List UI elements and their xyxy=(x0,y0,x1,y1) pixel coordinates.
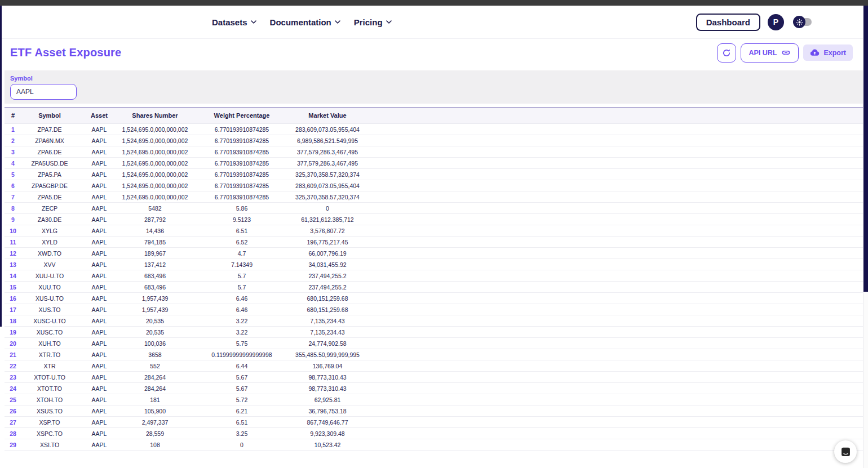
cell-weight-percentage: 6.46 xyxy=(189,293,294,304)
cell-shares-number: 284,264 xyxy=(121,383,189,394)
nav-item-pricing[interactable]: Pricing xyxy=(354,17,392,27)
cell-shares-number: 105,900 xyxy=(121,405,189,417)
dashboard-button[interactable]: Dashboard xyxy=(696,14,760,31)
table-row: 13XVVAAPL137,4127.1434934,031,455.92 xyxy=(5,259,863,270)
cell-shares-number: 14,436 xyxy=(121,225,189,237)
cell-index: 18 xyxy=(5,315,21,327)
api-url-button[interactable]: API URL xyxy=(741,43,799,63)
top-navigation: Datasets Documentation Pricing Dashboard… xyxy=(0,6,868,38)
left-edge-strip xyxy=(0,6,2,327)
cell-filler xyxy=(361,259,863,270)
cell-market-value: 680,151,259.68 xyxy=(294,293,361,304)
cell-filler xyxy=(361,124,863,135)
cell-symbol: XTOH.TO xyxy=(21,394,78,405)
cell-asset: AAPL xyxy=(78,237,121,248)
column-header-index: # xyxy=(5,108,21,124)
cell-shares-number: 2,497,337 xyxy=(121,417,189,428)
table-row: 24XTOT.TOAAPL284,2645.6798,773,310.43 xyxy=(5,383,863,394)
cell-weight-percentage: 6.21 xyxy=(189,405,294,417)
cell-index: 19 xyxy=(5,327,21,338)
refresh-button[interactable] xyxy=(717,43,736,63)
cell-filler xyxy=(361,135,863,146)
cell-market-value: 680,151,259.68 xyxy=(294,304,361,315)
cell-shares-number: 1,957,439 xyxy=(121,304,189,315)
cell-market-value: 98,773,310.43 xyxy=(294,383,361,394)
page-title: ETF Asset Exposure xyxy=(10,46,121,59)
nav-item-label: Documentation xyxy=(270,17,331,27)
cell-asset: AAPL xyxy=(78,169,121,180)
user-avatar[interactable]: P xyxy=(768,14,784,30)
cell-index: 28 xyxy=(5,428,21,439)
table-row: 21XTR.TOAAPL36580.11999999999999998355,4… xyxy=(5,349,863,360)
cell-asset: AAPL xyxy=(78,225,121,237)
cell-index: 27 xyxy=(5,417,21,428)
cell-market-value: 3,576,807.72 xyxy=(294,225,361,237)
table-row: 16XUS-U.TOAAPL1,957,4396.46680,151,259.6… xyxy=(5,293,863,304)
cell-market-value: 7,135,234.43 xyxy=(294,315,361,327)
cell-asset: AAPL xyxy=(78,417,121,428)
table-row: 20XUH.TOAAPL100,0365.7524,774,902.58 xyxy=(5,338,863,349)
cell-shares-number: 284,264 xyxy=(121,372,189,383)
cell-filler xyxy=(361,428,863,439)
cell-shares-number: 1,957,439 xyxy=(121,293,189,304)
cloud-upload-icon xyxy=(810,48,820,57)
table-row: 27XSP.TOAAPL2,497,3376.51867,749,646.77 xyxy=(5,417,863,428)
cell-shares-number: 108 xyxy=(121,439,189,451)
nav-item-datasets[interactable]: Datasets xyxy=(212,17,256,27)
cell-weight-percentage: 6.770193910874285 xyxy=(189,180,294,191)
scrollbar-thumb[interactable] xyxy=(863,6,868,292)
cell-index: 7 xyxy=(5,191,21,203)
cell-weight-percentage: 5.67 xyxy=(189,383,294,394)
cell-asset: AAPL xyxy=(78,282,121,293)
cell-market-value: 98,773,310.43 xyxy=(294,372,361,383)
cell-filler xyxy=(361,237,863,248)
table-row: 3ZPA6.DEAAPL1,524,695.0,000,000,0026.770… xyxy=(5,146,863,158)
export-button[interactable]: Export xyxy=(803,44,853,61)
cell-filler xyxy=(361,372,863,383)
cell-shares-number: 1,524,695.0,000,000,002 xyxy=(121,169,189,180)
cell-weight-percentage: 0 xyxy=(189,439,294,451)
table-row: 11XYLDAAPL794,1856.52196,775,217.45 xyxy=(5,237,863,248)
cell-symbol: ZPA6.DE xyxy=(21,146,78,158)
cell-symbol: ZECP xyxy=(21,203,78,214)
table-row: 17XUS.TOAAPL1,957,4396.46680,151,259.68 xyxy=(5,304,863,315)
cell-shares-number: 552 xyxy=(121,360,189,372)
header-actions: API URL Export xyxy=(717,43,853,63)
cell-filler xyxy=(361,203,863,214)
cell-weight-percentage: 5.75 xyxy=(189,338,294,349)
cell-index: 5 xyxy=(5,169,21,180)
table-row: 1ZPA7.DEAAPL1,524,695.0,000,000,0026.770… xyxy=(5,124,863,135)
cell-index: 8 xyxy=(5,203,21,214)
cell-filler xyxy=(361,360,863,372)
table-row: 2ZPA6N.MXAAPL1,524,695.0,000,000,0026.77… xyxy=(5,135,863,146)
cell-filler xyxy=(361,383,863,394)
cell-market-value: 283,609,073.05,955,404 xyxy=(294,124,361,135)
cell-index: 10 xyxy=(5,225,21,237)
cell-symbol: XSUS.TO xyxy=(21,405,78,417)
cell-asset: AAPL xyxy=(78,259,121,270)
chat-widget-button[interactable] xyxy=(834,440,857,463)
scrollbar-track[interactable] xyxy=(863,6,868,468)
table-row: 22XTRAAPL5526.44136,769.04 xyxy=(5,360,863,372)
cell-index: 29 xyxy=(5,439,21,451)
cell-weight-percentage: 6.770193910874285 xyxy=(189,146,294,158)
nav-item-label: Pricing xyxy=(354,17,383,27)
theme-toggle[interactable] xyxy=(793,18,812,26)
cell-shares-number: 1,524,695.0,000,000,002 xyxy=(121,191,189,203)
cell-index: 25 xyxy=(5,394,21,405)
cell-market-value: 867,749,646.77 xyxy=(294,417,361,428)
table-row: 18XUSC-U.TOAAPL20,5353.227,135,234.43 xyxy=(5,315,863,327)
cell-index: 15 xyxy=(5,282,21,293)
cell-asset: AAPL xyxy=(78,180,121,191)
cell-filler xyxy=(361,338,863,349)
cell-market-value: 283,609,073.05,955,404 xyxy=(294,180,361,191)
nav-item-documentation[interactable]: Documentation xyxy=(270,17,340,27)
cell-weight-percentage: 7.14349 xyxy=(189,259,294,270)
cell-index: 22 xyxy=(5,360,21,372)
symbol-input[interactable] xyxy=(10,84,77,100)
cell-symbol: XVV xyxy=(21,259,78,270)
theme-toggle-knob xyxy=(793,16,805,28)
chat-bubble-icon xyxy=(840,446,852,458)
cell-shares-number: 20,535 xyxy=(121,327,189,338)
table-row: 7ZPA5.DEAAPL1,524,695.0,000,000,0026.770… xyxy=(5,191,863,203)
